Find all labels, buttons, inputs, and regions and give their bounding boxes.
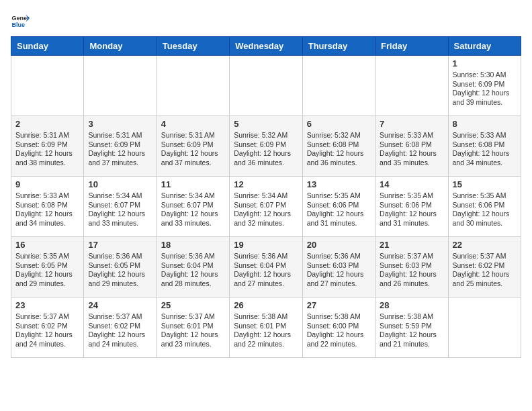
calendar-cell: 6Sunrise: 5:32 AM Sunset: 6:08 PM Daylig…	[302, 116, 375, 177]
day-info: Sunrise: 5:36 AM Sunset: 6:05 PM Dayligh…	[88, 252, 152, 289]
calendar-cell: 8Sunrise: 5:33 AM Sunset: 6:08 PM Daylig…	[448, 116, 521, 177]
day-info: Sunrise: 5:33 AM Sunset: 6:08 PM Dayligh…	[15, 191, 79, 228]
day-header-saturday: Saturday	[448, 37, 521, 56]
day-info: Sunrise: 5:31 AM Sunset: 6:09 PM Dayligh…	[15, 131, 79, 168]
calendar-week-row: 16Sunrise: 5:35 AM Sunset: 6:05 PM Dayli…	[11, 237, 521, 298]
day-info: Sunrise: 5:38 AM Sunset: 6:00 PM Dayligh…	[307, 312, 371, 349]
day-info: Sunrise: 5:34 AM Sunset: 6:07 PM Dayligh…	[88, 191, 152, 228]
day-number: 13	[307, 179, 371, 189]
calendar-cell: 2Sunrise: 5:31 AM Sunset: 6:09 PM Daylig…	[11, 116, 84, 177]
day-info: Sunrise: 5:31 AM Sunset: 6:09 PM Dayligh…	[161, 131, 225, 168]
day-header-wednesday: Wednesday	[230, 37, 302, 56]
day-number: 9	[15, 179, 79, 189]
calendar-cell: 4Sunrise: 5:31 AM Sunset: 6:09 PM Daylig…	[157, 116, 229, 177]
day-info: Sunrise: 5:38 AM Sunset: 5:59 PM Dayligh…	[380, 312, 443, 349]
day-number: 6	[307, 119, 371, 129]
calendar-cell: 10Sunrise: 5:34 AM Sunset: 6:07 PM Dayli…	[84, 177, 157, 237]
day-info: Sunrise: 5:35 AM Sunset: 6:06 PM Dayligh…	[380, 191, 443, 228]
day-number: 27	[307, 300, 371, 310]
day-number: 19	[234, 240, 298, 250]
calendar-cell	[157, 56, 229, 116]
day-number: 10	[88, 179, 152, 189]
day-number: 3	[88, 119, 152, 129]
day-number: 11	[161, 179, 225, 189]
calendar-cell	[375, 56, 448, 116]
page-header: General Blue	[11, 11, 521, 30]
calendar-cell	[11, 56, 84, 116]
svg-text:Blue: Blue	[11, 21, 25, 28]
calendar-cell: 26Sunrise: 5:38 AM Sunset: 6:01 PM Dayli…	[230, 298, 302, 358]
day-number: 2	[15, 119, 79, 129]
day-number: 4	[161, 119, 225, 129]
calendar-cell: 11Sunrise: 5:34 AM Sunset: 6:07 PM Dayli…	[157, 177, 229, 237]
day-number: 20	[307, 240, 371, 250]
calendar-cell: 20Sunrise: 5:36 AM Sunset: 6:03 PM Dayli…	[302, 237, 375, 298]
calendar-cell: 7Sunrise: 5:33 AM Sunset: 6:08 PM Daylig…	[375, 116, 448, 177]
day-number: 28	[380, 300, 443, 310]
day-number: 8	[453, 119, 517, 129]
calendar-cell: 5Sunrise: 5:32 AM Sunset: 6:09 PM Daylig…	[230, 116, 302, 177]
calendar-cell: 18Sunrise: 5:36 AM Sunset: 6:04 PM Dayli…	[157, 237, 229, 298]
day-header-tuesday: Tuesday	[157, 37, 229, 56]
day-info: Sunrise: 5:35 AM Sunset: 6:06 PM Dayligh…	[307, 191, 371, 228]
calendar-cell	[230, 56, 302, 116]
day-info: Sunrise: 5:38 AM Sunset: 6:01 PM Dayligh…	[234, 312, 298, 349]
logo: General Blue	[11, 11, 32, 30]
day-info: Sunrise: 5:35 AM Sunset: 6:05 PM Dayligh…	[15, 252, 79, 289]
day-info: Sunrise: 5:36 AM Sunset: 6:04 PM Dayligh…	[234, 252, 298, 289]
day-info: Sunrise: 5:37 AM Sunset: 6:02 PM Dayligh…	[88, 312, 152, 349]
day-number: 16	[15, 240, 79, 250]
day-number: 23	[15, 300, 79, 310]
calendar-cell: 19Sunrise: 5:36 AM Sunset: 6:04 PM Dayli…	[230, 237, 302, 298]
day-info: Sunrise: 5:36 AM Sunset: 6:04 PM Dayligh…	[161, 252, 225, 289]
day-number: 24	[88, 300, 152, 310]
logo-icon: General Blue	[11, 11, 30, 30]
calendar-cell: 21Sunrise: 5:37 AM Sunset: 6:03 PM Dayli…	[375, 237, 448, 298]
calendar-cell: 25Sunrise: 5:37 AM Sunset: 6:01 PM Dayli…	[157, 298, 229, 358]
day-info: Sunrise: 5:37 AM Sunset: 6:02 PM Dayligh…	[15, 312, 79, 349]
calendar-cell: 3Sunrise: 5:31 AM Sunset: 6:09 PM Daylig…	[84, 116, 157, 177]
calendar-week-row: 23Sunrise: 5:37 AM Sunset: 6:02 PM Dayli…	[11, 298, 521, 358]
day-info: Sunrise: 5:34 AM Sunset: 6:07 PM Dayligh…	[234, 191, 298, 228]
calendar-cell: 23Sunrise: 5:37 AM Sunset: 6:02 PM Dayli…	[11, 298, 84, 358]
day-number: 5	[234, 119, 298, 129]
day-info: Sunrise: 5:32 AM Sunset: 6:09 PM Dayligh…	[234, 131, 298, 168]
calendar-cell: 17Sunrise: 5:36 AM Sunset: 6:05 PM Dayli…	[84, 237, 157, 298]
day-number: 7	[380, 119, 443, 129]
calendar-cell: 27Sunrise: 5:38 AM Sunset: 6:00 PM Dayli…	[302, 298, 375, 358]
day-number: 1	[453, 58, 517, 68]
day-number: 18	[161, 240, 225, 250]
day-info: Sunrise: 5:31 AM Sunset: 6:09 PM Dayligh…	[88, 131, 152, 168]
day-info: Sunrise: 5:36 AM Sunset: 6:03 PM Dayligh…	[307, 252, 371, 289]
calendar-cell: 1Sunrise: 5:30 AM Sunset: 6:09 PM Daylig…	[448, 56, 521, 116]
day-number: 26	[234, 300, 298, 310]
calendar-cell: 15Sunrise: 5:35 AM Sunset: 6:06 PM Dayli…	[448, 177, 521, 237]
day-info: Sunrise: 5:33 AM Sunset: 6:08 PM Dayligh…	[380, 131, 443, 168]
day-header-friday: Friday	[375, 37, 448, 56]
day-info: Sunrise: 5:37 AM Sunset: 6:03 PM Dayligh…	[380, 252, 443, 289]
calendar-cell: 28Sunrise: 5:38 AM Sunset: 5:59 PM Dayli…	[375, 298, 448, 358]
day-header-thursday: Thursday	[302, 37, 375, 56]
day-info: Sunrise: 5:35 AM Sunset: 6:06 PM Dayligh…	[453, 191, 517, 228]
calendar-cell	[84, 56, 157, 116]
calendar-cell: 9Sunrise: 5:33 AM Sunset: 6:08 PM Daylig…	[11, 177, 84, 237]
day-info: Sunrise: 5:37 AM Sunset: 6:01 PM Dayligh…	[161, 312, 225, 349]
day-number: 14	[380, 179, 443, 189]
day-header-monday: Monday	[84, 37, 157, 56]
calendar-cell: 14Sunrise: 5:35 AM Sunset: 6:06 PM Dayli…	[375, 177, 448, 237]
calendar-week-row: 1Sunrise: 5:30 AM Sunset: 6:09 PM Daylig…	[11, 56, 521, 116]
day-number: 17	[88, 240, 152, 250]
calendar-cell: 24Sunrise: 5:37 AM Sunset: 6:02 PM Dayli…	[84, 298, 157, 358]
calendar-cell: 12Sunrise: 5:34 AM Sunset: 6:07 PM Dayli…	[230, 177, 302, 237]
calendar-week-row: 2Sunrise: 5:31 AM Sunset: 6:09 PM Daylig…	[11, 116, 521, 177]
day-number: 25	[161, 300, 225, 310]
calendar-cell: 22Sunrise: 5:37 AM Sunset: 6:02 PM Dayli…	[448, 237, 521, 298]
day-number: 15	[453, 179, 517, 189]
calendar-cell: 13Sunrise: 5:35 AM Sunset: 6:06 PM Dayli…	[302, 177, 375, 237]
day-info: Sunrise: 5:37 AM Sunset: 6:02 PM Dayligh…	[453, 252, 517, 289]
calendar-cell	[448, 298, 521, 358]
day-number: 12	[234, 179, 298, 189]
day-info: Sunrise: 5:34 AM Sunset: 6:07 PM Dayligh…	[161, 191, 225, 228]
calendar-cell: 16Sunrise: 5:35 AM Sunset: 6:05 PM Dayli…	[11, 237, 84, 298]
day-info: Sunrise: 5:30 AM Sunset: 6:09 PM Dayligh…	[453, 71, 517, 107]
